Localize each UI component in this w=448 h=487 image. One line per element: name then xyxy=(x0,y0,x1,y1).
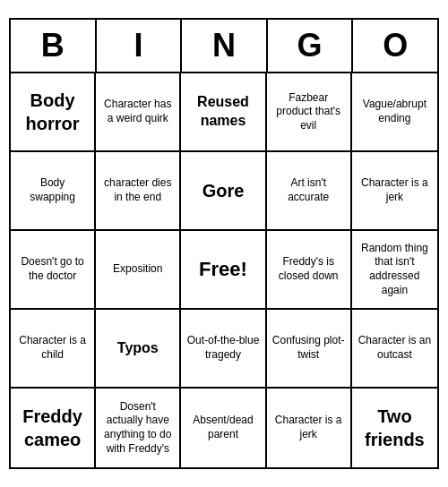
bingo-cell-5: Body swapping xyxy=(11,152,96,231)
bingo-cell-18: Confusing plot-twist xyxy=(267,310,352,389)
bingo-cell-11: Exposition xyxy=(96,231,181,310)
bingo-cell-20: Freddy cameo xyxy=(11,389,96,467)
bingo-grid: Body horrorCharacter has a weird quirkRe… xyxy=(11,73,437,467)
bingo-cell-17: Out-of-the-blue tragedy xyxy=(181,310,266,389)
header-letter-B: B xyxy=(11,20,97,72)
bingo-header: BINGO xyxy=(11,20,437,73)
bingo-cell-13: Freddy's is closed down xyxy=(267,231,352,310)
bingo-cell-2: Reused names xyxy=(181,73,266,152)
bingo-cell-10: Doesn't go to the doctor xyxy=(11,231,96,310)
bingo-cell-6: character dies in the end xyxy=(96,152,181,231)
bingo-cell-15: Character is a child xyxy=(11,310,96,389)
bingo-cell-22: Absent/dead parent xyxy=(181,389,266,467)
bingo-cell-21: Dosen't actually have anything to do wit… xyxy=(96,389,181,467)
bingo-card: BINGO Body horrorCharacter has a weird q… xyxy=(9,18,439,469)
header-letter-I: I xyxy=(97,20,183,72)
header-letter-O: O xyxy=(353,20,437,72)
bingo-cell-24: Two friends xyxy=(352,389,437,467)
bingo-cell-3: Fazbear product that's evil xyxy=(267,73,352,152)
bingo-cell-4: Vague/abrupt ending xyxy=(352,73,437,152)
bingo-cell-16: Typos xyxy=(96,310,181,389)
bingo-cell-19: Character is an outcast xyxy=(352,310,437,389)
bingo-cell-23: Character is a jerk xyxy=(267,389,352,467)
bingo-cell-0: Body horror xyxy=(11,73,96,152)
header-letter-N: N xyxy=(182,20,268,72)
bingo-cell-14: Random thing that isn't addressed again xyxy=(352,231,437,310)
bingo-cell-8: Art isn't accurate xyxy=(267,152,352,231)
header-letter-G: G xyxy=(268,20,354,72)
bingo-cell-12: Free! xyxy=(181,231,266,310)
bingo-cell-7: Gore xyxy=(181,152,266,231)
bingo-cell-9: Character is a jerk xyxy=(352,152,437,231)
bingo-cell-1: Character has a weird quirk xyxy=(96,73,181,152)
